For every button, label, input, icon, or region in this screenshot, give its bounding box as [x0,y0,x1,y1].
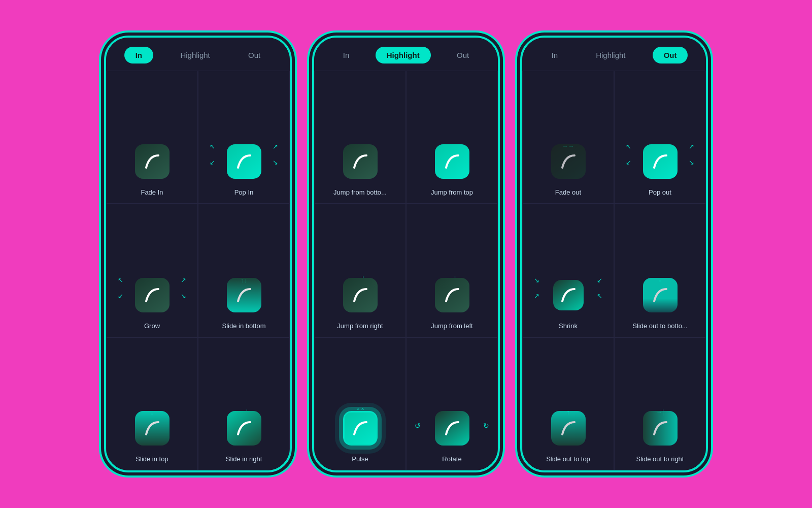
cell-pulse[interactable]: ⌃⌃ Pulse [314,337,406,470]
label-slide-in-bottom: Slide in bottom [222,322,266,330]
cell-slide-out-top[interactable]: ↑ Slide out to top [522,337,614,470]
label-jump-from-bottom: Jump from botto... [333,188,387,196]
grid-out: →→ Fade out ↖ ↗ ↙ ↘ Pop out ↘ [522,71,706,470]
grid-highlight: ↑ Jump from botto... ↓ Jump from top →| [314,71,498,470]
tab-out-in[interactable]: In [540,47,569,64]
label-slide-out-right: Slide out to right [636,455,684,463]
label-slide-out-top: Slide out to top [546,455,590,463]
grid-in: →→ Fade In ↖ ↗ ↙ ↘ Pop In [106,71,290,470]
cell-jump-from-top[interactable]: ↓ Jump from top [406,71,498,204]
tab-bar-out: In Highlight Out [522,38,706,71]
label-jump-from-top: Jump from top [431,188,473,196]
label-slide-out-bottom: Slide out to botto... [632,322,687,330]
cell-rotate[interactable]: ↺ ↻ Rotate [406,337,498,470]
cell-pop-in[interactable]: ↖ ↗ ↙ ↘ Pop In [198,71,290,204]
cell-slide-in-top[interactable]: ↓ Slide in top [106,337,198,470]
label-fade-out: Fade out [555,188,581,196]
label-pulse: Pulse [352,455,368,463]
cell-jump-from-right[interactable]: →| Jump from right [314,204,406,337]
label-rotate: Rotate [442,455,461,463]
tab-bar-in: In Highlight Out [106,38,290,71]
label-shrink: Shrink [559,322,578,330]
tab-bar-highlight: In Highlight Out [314,38,498,71]
tab-out-out[interactable]: Out [653,47,688,64]
phone-out: In Highlight Out →→ Fade out ↖ ↗ ↙ ↘ [520,36,708,472]
phone-in: In Highlight Out →→ Fade In ↖ ↗ ↙ ↘ [104,36,292,472]
label-jump-from-left: Jump from left [431,322,472,330]
cell-jump-from-bottom[interactable]: ↑ Jump from botto... [314,71,406,204]
cell-shrink[interactable]: ↘ ↙ ↗ ↖ Shrink [522,204,614,337]
tab-highlight-in[interactable]: In [332,47,361,64]
cell-pop-out[interactable]: ↖ ↗ ↙ ↘ Pop out [614,71,706,204]
cell-slide-in-right[interactable]: ←| Slide in right [198,337,290,470]
label-fade-in: Fade In [141,188,163,196]
cell-slide-in-bottom[interactable]: ↑↓ Slide in bottom [198,204,290,337]
tab-in-in[interactable]: In [124,47,153,64]
label-slide-in-right: Slide in right [226,455,262,463]
phone-highlight: In Highlight Out ↑ Jump from botto... ↓ … [312,36,500,472]
cell-slide-out-bottom[interactable]: ↓ Slide out to botto... [614,204,706,337]
tab-highlight-out[interactable]: Out [446,47,480,64]
cell-fade-out[interactable]: →→ Fade out [522,71,614,204]
tab-in-highlight[interactable]: Highlight [169,47,221,64]
label-slide-in-top: Slide in top [136,455,168,463]
cell-grow[interactable]: ↖ ↗ ↙ ↘ Grow [106,204,198,337]
label-pop-in: Pop In [234,188,254,196]
cell-fade-in[interactable]: →→ Fade In [106,71,198,204]
cell-jump-from-left[interactable]: ←| Jump from left [406,204,498,337]
tab-in-out[interactable]: Out [237,47,272,64]
label-jump-from-right: Jump from right [337,322,383,330]
label-pop-out: Pop out [649,188,671,196]
tab-out-highlight[interactable]: Highlight [585,47,636,64]
cell-slide-out-right[interactable]: →| Slide out to right [614,337,706,470]
tab-highlight-highlight[interactable]: Highlight [376,47,431,64]
label-grow: Grow [144,322,160,330]
